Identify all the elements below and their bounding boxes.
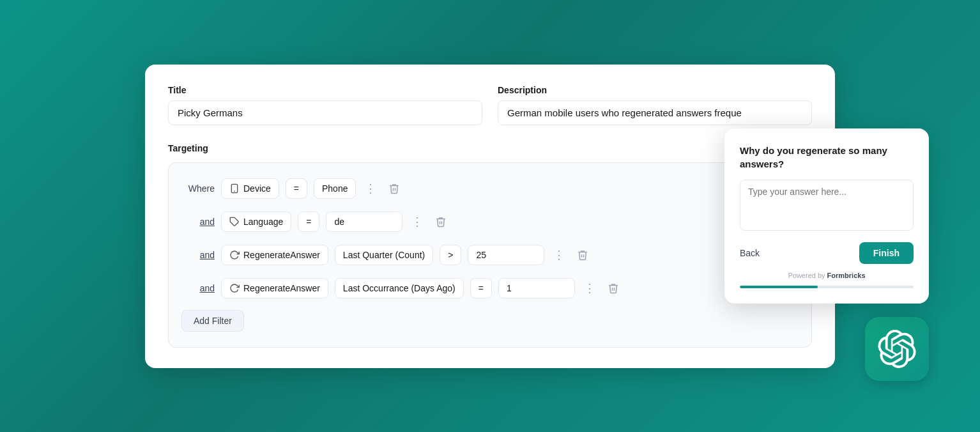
filter-row: and RegenerateAnswer Last Quarter (Count…	[181, 245, 799, 265]
operator-eq-4[interactable]: =	[470, 278, 492, 298]
description-input[interactable]	[498, 100, 812, 125]
language-icon	[229, 217, 240, 227]
title-field-group: Title	[168, 85, 482, 125]
operator-eq-1[interactable]: =	[286, 178, 307, 199]
row-prefix-and-1[interactable]: and	[181, 217, 215, 227]
last-occurrence-chip[interactable]: Last Occurrance (Days Ago)	[335, 278, 464, 298]
brand-name: Formbricks	[827, 272, 866, 279]
regenerate-icon-1	[229, 250, 240, 260]
filter-row: Where Device = Phone ⋮	[181, 178, 799, 199]
preview-actions: Back Finish	[740, 242, 914, 264]
filter-row: and RegenerateAnswer Last Occurrance (Da…	[181, 278, 799, 298]
openai-badge	[865, 317, 929, 381]
row-prefix-where: Where	[181, 183, 215, 194]
add-filter-button[interactable]: Add Filter	[181, 310, 244, 332]
language-chip[interactable]: Language	[221, 212, 291, 232]
regenerate-chip-1[interactable]: RegenerateAnswer	[221, 245, 328, 265]
row-prefix-and-2[interactable]: and	[181, 250, 215, 260]
more-options-btn-4[interactable]: ⋮	[581, 279, 599, 298]
progress-bar	[740, 286, 914, 288]
days-value-chip[interactable]: 1	[498, 278, 575, 298]
targeting-section: Targeting Where Device = Phone ⋮	[168, 143, 812, 348]
title-input[interactable]	[168, 100, 482, 125]
count-value-chip[interactable]: 25	[468, 245, 544, 265]
language-value-chip[interactable]: de	[326, 212, 402, 232]
delete-btn-2[interactable]	[433, 213, 449, 230]
delete-btn-3[interactable]	[574, 247, 591, 263]
filter-row: and Language = de ⋮	[181, 212, 799, 232]
regenerate-chip-2[interactable]: RegenerateAnswer	[221, 278, 328, 298]
powered-by: Powered by Formbricks	[740, 272, 914, 279]
preview-card: Why do you regenerate so many answers? B…	[724, 128, 929, 304]
title-label: Title	[168, 85, 482, 95]
form-header: Title Description	[168, 85, 812, 125]
preview-textarea[interactable]	[740, 180, 914, 231]
more-options-btn-2[interactable]: ⋮	[409, 212, 426, 231]
description-label: Description	[498, 85, 812, 95]
device-chip[interactable]: Device	[221, 178, 279, 199]
more-options-btn-3[interactable]: ⋮	[551, 245, 568, 265]
row-prefix-and-3[interactable]: and	[181, 283, 215, 293]
progress-fill	[740, 286, 818, 288]
preview-question: Why do you regenerate so many answers?	[740, 144, 914, 171]
openai-icon	[878, 330, 916, 368]
operator-gt[interactable]: >	[440, 245, 461, 265]
targeting-box: Where Device = Phone ⋮	[168, 162, 812, 348]
more-options-btn-1[interactable]: ⋮	[362, 179, 379, 198]
back-button[interactable]: Back	[740, 248, 760, 258]
operator-eq-2[interactable]: =	[298, 212, 319, 232]
targeting-label: Targeting	[168, 143, 812, 153]
last-quarter-chip[interactable]: Last Quarter (Count)	[335, 245, 433, 265]
delete-btn-1[interactable]	[386, 180, 402, 197]
finish-button[interactable]: Finish	[859, 242, 914, 264]
regenerate-icon-2	[229, 283, 240, 293]
delete-btn-4[interactable]	[605, 280, 622, 297]
device-icon	[229, 183, 240, 194]
phone-chip[interactable]: Phone	[314, 178, 356, 199]
description-field-group: Description	[498, 85, 812, 125]
